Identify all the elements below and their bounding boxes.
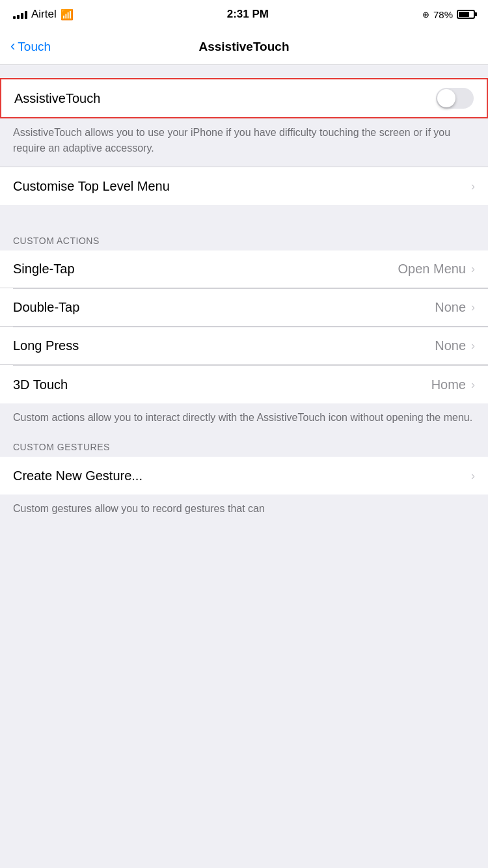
assistivetouch-toggle-label: AssistiveTouch bbox=[14, 91, 100, 106]
back-button-label: Touch bbox=[18, 40, 51, 54]
double-tap-chevron: › bbox=[471, 301, 475, 314]
single-tap-chevron: › bbox=[471, 262, 475, 276]
assistivetouch-highlight-section: AssistiveTouch bbox=[0, 78, 488, 118]
customise-menu-section: Customise Top Level Menu › bbox=[0, 167, 488, 205]
settings-content: AssistiveTouch AssistiveTouch allows you… bbox=[0, 65, 488, 527]
signal-bar-1 bbox=[13, 16, 16, 19]
assistivetouch-description-block: AssistiveTouch allows you to use your iP… bbox=[0, 118, 488, 167]
back-button[interactable]: ‹ Touch bbox=[10, 40, 51, 54]
long-press-label: Long Press bbox=[13, 338, 79, 353]
status-time: 2:31 PM bbox=[227, 8, 269, 21]
custom-actions-section: Single-Tap Open Menu › Double-Tap None ›… bbox=[0, 251, 488, 403]
3d-touch-row[interactable]: 3D Touch Home › bbox=[0, 366, 488, 403]
custom-actions-header-label: CUSTOM ACTIONS bbox=[13, 236, 100, 246]
create-gesture-section: Create New Gesture... › bbox=[0, 457, 488, 495]
double-tap-label: Double-Tap bbox=[13, 300, 79, 315]
3d-touch-value-text: Home bbox=[431, 377, 466, 392]
long-press-row[interactable]: Long Press None › bbox=[0, 327, 488, 365]
assistivetouch-toggle[interactable] bbox=[436, 88, 474, 109]
toggle-section: AssistiveTouch bbox=[1, 79, 487, 117]
wifi-icon: 📶 bbox=[61, 8, 74, 21]
custom-gestures-header-label: CUSTOM GESTURES bbox=[13, 442, 110, 452]
3d-touch-label: 3D Touch bbox=[13, 377, 68, 392]
signal-bar-4 bbox=[25, 11, 27, 19]
orientation-lock-icon: ⊕ bbox=[422, 10, 429, 20]
long-press-value: None › bbox=[435, 338, 475, 353]
long-press-value-text: None bbox=[435, 338, 466, 353]
long-press-chevron: › bbox=[471, 339, 475, 353]
custom-gestures-description-block: Custom gestures allow you to record gest… bbox=[0, 495, 488, 527]
single-tap-label: Single-Tap bbox=[13, 262, 75, 277]
single-tap-value: Open Menu › bbox=[398, 262, 475, 277]
double-tap-value: None › bbox=[435, 300, 475, 315]
status-right: ⊕ 78% bbox=[422, 9, 475, 20]
double-tap-row[interactable]: Double-Tap None › bbox=[0, 289, 488, 327]
customise-menu-label: Customise Top Level Menu bbox=[13, 179, 170, 194]
carrier-label: Airtel bbox=[31, 8, 57, 21]
3d-touch-value: Home › bbox=[431, 377, 475, 392]
double-tap-value-text: None bbox=[435, 300, 466, 315]
navigation-bar: ‹ Touch AssistiveTouch bbox=[0, 29, 488, 65]
custom-gestures-header: CUSTOM GESTURES bbox=[0, 436, 488, 457]
status-left: Airtel 📶 bbox=[13, 8, 74, 21]
battery-fill bbox=[459, 12, 470, 17]
custom-actions-description-block: Custom actions allow you to interact dir… bbox=[0, 403, 488, 436]
single-tap-row[interactable]: Single-Tap Open Menu › bbox=[0, 251, 488, 288]
custom-actions-header: CUSTOM ACTIONS bbox=[0, 230, 488, 251]
custom-gestures-description: Custom gestures allow you to record gest… bbox=[13, 503, 265, 514]
section-gap-1 bbox=[0, 205, 488, 230]
create-gesture-row[interactable]: Create New Gesture... › bbox=[0, 457, 488, 495]
battery-icon bbox=[457, 10, 475, 19]
3d-touch-chevron: › bbox=[471, 378, 475, 392]
signal-bar-2 bbox=[17, 15, 20, 19]
toggle-knob bbox=[437, 89, 455, 107]
signal-bar-3 bbox=[21, 13, 23, 19]
status-bar: Airtel 📶 2:31 PM ⊕ 78% bbox=[0, 0, 488, 29]
customise-menu-chevron: › bbox=[471, 180, 475, 193]
custom-actions-description: Custom actions allow you to interact dir… bbox=[13, 412, 472, 423]
customise-menu-row[interactable]: Customise Top Level Menu › bbox=[0, 167, 488, 205]
assistivetouch-toggle-row[interactable]: AssistiveTouch bbox=[1, 79, 487, 117]
signal-bars bbox=[13, 10, 27, 19]
page-title: AssistiveTouch bbox=[198, 40, 289, 54]
single-tap-value-text: Open Menu bbox=[398, 262, 466, 277]
create-gesture-chevron: › bbox=[471, 469, 475, 483]
assistivetouch-description: AssistiveTouch allows you to use your iP… bbox=[13, 127, 450, 154]
create-gesture-label: Create New Gesture... bbox=[13, 468, 142, 483]
back-chevron-icon: ‹ bbox=[10, 39, 15, 53]
battery-percent: 78% bbox=[433, 9, 453, 20]
